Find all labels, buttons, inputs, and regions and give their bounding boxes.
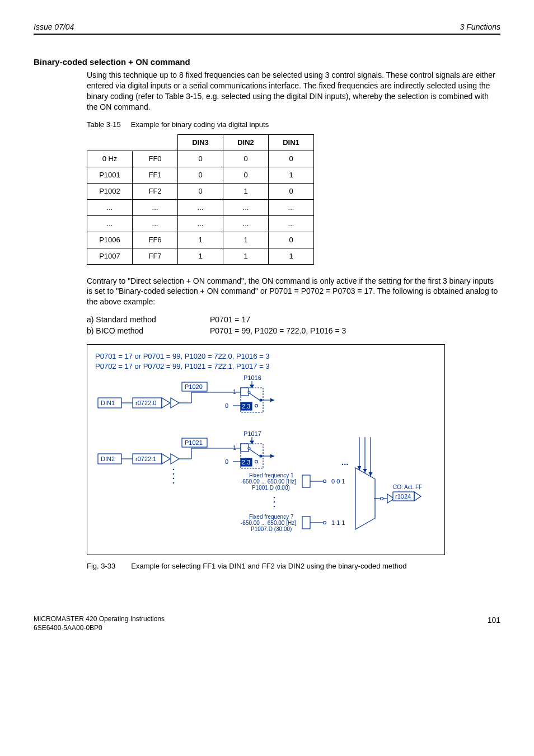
- cell: ...: [178, 199, 223, 215]
- cell: ...: [178, 215, 223, 232]
- footer-line2: 6SE6400-5AA00-0BP0: [34, 624, 500, 633]
- cell: FF0: [133, 151, 178, 167]
- cell: ...: [223, 215, 269, 232]
- cell: 0: [269, 183, 314, 199]
- ff1-line1: Fixed frequency 1: [249, 472, 294, 478]
- cell: P1001: [87, 167, 133, 183]
- sel-23-2: 2,3: [242, 459, 250, 466]
- table-row: P1001 FF1 0 0 1: [87, 167, 314, 183]
- sel-one: 1: [233, 388, 236, 395]
- svg-rect-10: [241, 388, 249, 396]
- footer-line1: MICROMASTER 420 Operating Instructions: [34, 615, 500, 624]
- cell: FF6: [133, 232, 178, 248]
- diagram-cfg-line-1: P0701 = 17 or P0701 = 99, P1020 = 722.0,…: [95, 351, 437, 361]
- method-b-label: b) BICO method: [87, 326, 210, 335]
- cell: FF2: [133, 183, 178, 199]
- r1024-label: r1024: [395, 493, 411, 500]
- svg-point-15: [255, 405, 258, 407]
- section-title: Binary-coded selection + ON command: [34, 57, 500, 67]
- ff1-line2: -650.00 ... 650.00 [Hz]: [241, 478, 296, 485]
- bico-diagram-svg: DIN1 r0722.0 P1020 P1016 1: [95, 375, 437, 549]
- cell: ...: [269, 215, 314, 232]
- table-blank: [133, 134, 178, 151]
- p1021-label: P1021: [185, 439, 203, 446]
- figure-number: Fig. 3-33: [87, 562, 115, 570]
- diagram-outer-box: P0701 = 17 or P0701 = 99, P1020 = 722.0,…: [87, 344, 445, 555]
- method-a-label: a) Standard method: [87, 315, 210, 324]
- p1020-label: P1020: [185, 383, 203, 390]
- cell: 0: [178, 167, 223, 183]
- intro-paragraph: Using this technique up to 8 fixed frequ…: [87, 70, 500, 112]
- cell: 1: [223, 183, 269, 199]
- paragraph-2: Contrary to "Direct selection + ON comma…: [87, 276, 500, 308]
- cell: ...: [133, 215, 178, 232]
- cell: P1007: [87, 248, 133, 264]
- cell: 1: [178, 232, 223, 248]
- table-caption: Table 3-15 Example for binary coding via…: [87, 120, 500, 129]
- ff7-line3: P1007.D (30.00): [251, 526, 292, 532]
- table-header-row: DIN3 DIN2 DIN1: [87, 134, 314, 151]
- svg-point-40: [173, 478, 175, 480]
- svg-rect-51: [302, 516, 310, 529]
- svg-marker-8: [250, 385, 254, 388]
- table-number: Table 3-15: [87, 120, 121, 129]
- figure-caption-text: Example for selecting FF1 via DIN1 and F…: [131, 562, 500, 570]
- svg-point-59: [381, 497, 383, 500]
- col-din1: DIN1: [269, 134, 314, 151]
- diagram-config: P0701 = 17 or P0701 = 99, P1020 = 722.0,…: [95, 351, 437, 371]
- svg-point-31: [248, 447, 250, 449]
- sel-zero: 0: [225, 402, 228, 409]
- page-number: 101: [488, 615, 500, 625]
- dots: ...: [341, 457, 349, 467]
- svg-point-12: [248, 391, 250, 393]
- col-din2: DIN2: [223, 134, 269, 151]
- cell: ...: [87, 199, 133, 215]
- methods-list: a) Standard method P0701 = 17 b) BICO me…: [87, 315, 500, 335]
- header-right: 3 Functions: [460, 22, 500, 31]
- cell: ...: [223, 199, 269, 215]
- svg-point-47: [274, 506, 275, 508]
- method-a-value: P0701 = 17: [210, 315, 500, 324]
- cell: FF7: [133, 248, 178, 264]
- co-act-ff: CO: Act. FF: [393, 484, 422, 490]
- table-row: P1007 FF7 1 1 1: [87, 248, 314, 264]
- page-footer: 101 MICROMASTER 420 Operating Instructio…: [34, 615, 500, 632]
- diagram-cfg-line-2: P0702 = 17 or P0702 = 99, P1021 = 722.1,…: [95, 361, 437, 372]
- cell: 1: [178, 248, 223, 264]
- svg-point-39: [173, 473, 175, 475]
- din2-label: DIN2: [101, 456, 115, 462]
- cell: 1: [269, 248, 314, 264]
- cell: ...: [269, 199, 314, 215]
- diagram-container: P0701 = 17 or P0701 = 99, P1020 = 722.0,…: [87, 344, 445, 555]
- sel-001: 0 0 1: [331, 478, 345, 485]
- cell: 0: [269, 151, 314, 167]
- table-row: P1006 FF6 1 1 0: [87, 232, 314, 248]
- cell: 0: [178, 183, 223, 199]
- svg-point-36: [260, 455, 262, 457]
- svg-rect-29: [241, 444, 249, 452]
- svg-point-34: [255, 461, 258, 463]
- svg-point-38: [173, 469, 175, 471]
- p1016-label: P1016: [243, 375, 261, 381]
- table-caption-text: Example for binary coding via digital in…: [131, 120, 269, 129]
- sel-zero-2: 0: [225, 458, 228, 465]
- cell: 0: [269, 232, 314, 248]
- r0722-1-label: r0722.1: [135, 456, 156, 462]
- cell: ...: [87, 215, 133, 232]
- table-row: ... ... ... ... ...: [87, 215, 314, 232]
- cell: FF1: [133, 167, 178, 183]
- cell: P1006: [87, 232, 133, 248]
- sel-23: 2,3: [242, 403, 250, 410]
- cell: P1002: [87, 183, 133, 199]
- cell: 0: [223, 151, 269, 167]
- svg-point-46: [274, 501, 275, 503]
- cell: 1: [269, 167, 314, 183]
- figure-caption: Fig. 3-33 Example for selecting FF1 via …: [87, 562, 500, 570]
- col-din3: DIN3: [178, 134, 223, 151]
- sel-one-2: 1: [233, 444, 236, 451]
- header-left: Issue 07/04: [34, 22, 74, 31]
- svg-point-41: [173, 482, 175, 484]
- cell: 1: [223, 248, 269, 264]
- table-row: P1002 FF2 0 1 0: [87, 183, 314, 199]
- ff7-line2: -650.00 ... 650.00 [Hz]: [241, 520, 296, 526]
